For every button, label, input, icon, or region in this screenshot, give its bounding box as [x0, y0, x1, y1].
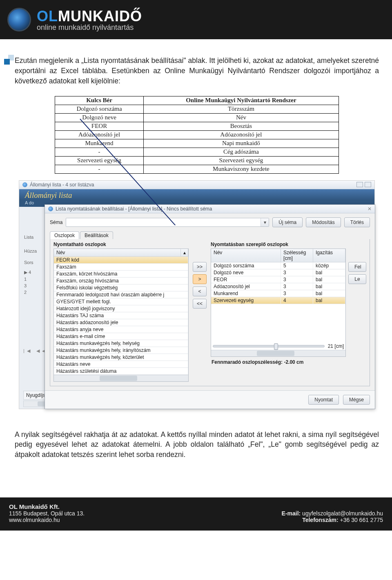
list-item[interactable]: Szervezeti egység4bal [211, 297, 345, 304]
lista-label: Lista [22, 234, 38, 240]
list-item[interactable]: Faxszám, ország hívószáma [54, 278, 188, 284]
scrollbar[interactable] [211, 350, 345, 356]
logo-icon [7, 8, 31, 31]
list-item[interactable]: Felsőfokú iskolai végzettség [54, 284, 188, 291]
app-screenshot: Állományi lista - 4 sor listázva Állomán… [19, 180, 375, 409]
list-item[interactable]: Adóazonosító jel3bal [211, 283, 345, 290]
header-left: Kulcs Bér [55, 96, 144, 105]
list-item[interactable]: Házastárs anyja neve [54, 326, 188, 333]
brand-name: OLMUNKAIDŐ [37, 8, 142, 25]
scrollbar[interactable] [54, 375, 188, 381]
schema-combo[interactable]: ▾ [66, 218, 269, 227]
outtro-paragraph: A nyilak segítségével rakhatja át az ada… [15, 430, 379, 460]
page-header: OLMUNKAIDŐ online munkaidő nyilvántartás [0, 0, 392, 39]
chevron-down-icon[interactable]: ▾ [261, 218, 269, 226]
list-item[interactable]: Házastárs munkavégzés hely, helység [54, 340, 188, 347]
move-all-right-button[interactable]: >> [193, 262, 207, 272]
intro-paragraph: Ezután megjelenik a „Lista nyomtatásának… [15, 56, 379, 86]
tab-columns[interactable]: Oszlopok [50, 231, 79, 239]
footer-web: www.olmunkaido.hu [9, 517, 85, 523]
new-schema-button[interactable]: Új séma [272, 217, 303, 227]
list-item[interactable]: Házastárs e-mail címe [54, 333, 188, 340]
close-icon[interactable]: ✕ [368, 206, 372, 212]
pager-icons: |◀ ◀◀ [23, 348, 48, 354]
selected-columns-label: Nyomtatásban szereplő oszlopok [211, 242, 346, 247]
list-item[interactable]: Házastárs születési dátuma [54, 368, 188, 375]
table-row: -Cég adószáma [55, 148, 339, 156]
list-item[interactable]: Határozott idejű jogviszony [54, 305, 188, 312]
brand-subtitle: online munkaidő nyilvántartás [37, 23, 142, 32]
list-item[interactable]: Házastárs munkavégzés hely, irányítószám [54, 347, 188, 354]
table-row: Dolgozó neveNév [55, 113, 339, 122]
dialog-icon [48, 206, 53, 211]
footer-address: 1155 Budapest, Opál utca 13. [9, 510, 85, 517]
app-icon [22, 182, 27, 187]
slider-value: 21 [cm] [328, 343, 344, 349]
dialog-title: Lista nyomtatásának beállításai - [Állom… [56, 206, 212, 212]
printable-columns-label: Nyomtatható oszlopok [53, 242, 189, 247]
remaining-width: Fennmaradó oszlopszélesség: -2.00 cm [211, 357, 346, 367]
selected-columns-grid[interactable]: Név Szélesség [cm] Igazítás Dolgozó sors… [211, 249, 346, 357]
list-item[interactable]: Házastárs TAJ száma [54, 312, 188, 319]
move-up-button[interactable]: Fel [348, 262, 366, 272]
header-right: Online Munkaügyi Nyilvántartó Rendszer [143, 96, 339, 105]
table-row: Dolgozó sorszámaTörzsszám [55, 105, 339, 113]
footer-email: ugyfelszolgalat@olmunkaido.hu [302, 510, 383, 517]
maximize-icon[interactable] [365, 182, 371, 187]
modify-schema-button[interactable]: Módosítás [306, 217, 341, 227]
delete-schema-button[interactable]: Törlés [344, 217, 370, 227]
table-row: -Munkaviszony kezdete [55, 165, 339, 173]
minimize-icon[interactable] [356, 182, 363, 187]
move-right-button[interactable]: > [193, 274, 207, 284]
move-down-button[interactable]: Le [348, 274, 366, 284]
list-item[interactable]: Faxszám, körzet hívószáma [54, 271, 188, 278]
cancel-button[interactable]: Mégse [343, 395, 370, 405]
list-item[interactable]: Házastárs munkavégzés hely, közterület [54, 354, 188, 361]
print-button[interactable]: Nyomtat [308, 395, 339, 405]
print-settings-dialog: Lista nyomtatásának beállításai - [Állom… [45, 204, 375, 409]
list-item[interactable]: Házastárs adóazonosító jele [54, 319, 188, 326]
list-item[interactable]: GYES/GYET mellett fogl. [54, 298, 188, 305]
table-row: Adóazonosító jelAdóazonosító jel [55, 130, 339, 139]
list-item[interactable]: FEOR kód [54, 257, 188, 264]
table-row: MunkarendNapi munkaidő [55, 139, 339, 148]
footer-tel: +36 30 661 2775 [340, 517, 383, 523]
list-item[interactable]: Dolgozó sorszáma5közép [211, 262, 345, 269]
move-all-left-button[interactable]: << [193, 299, 207, 309]
footer-company: OL Munkaidő Kft. [9, 503, 85, 510]
tab-settings[interactable]: Beállítások [80, 231, 113, 239]
table-row: FEORBeosztás [55, 122, 339, 130]
list-item[interactable]: Dolgozó neve3bal [211, 269, 345, 276]
schema-label: Séma [50, 219, 62, 225]
move-left-button[interactable]: < [193, 287, 207, 296]
background-left-panel: Lista Húzza Sors ▶ 4 1 3 2 [22, 234, 38, 296]
outer-window-titlebar: Állományi lista - 4 sor listázva [19, 181, 374, 189]
page-footer: OL Munkaidő Kft. 1155 Budapest, Opál utc… [0, 497, 392, 531]
list-item[interactable]: Fennmaradó ledolgozott havi óraszám alap… [54, 291, 188, 298]
list-item[interactable]: Faxszám [54, 264, 188, 271]
table-header-row: Kulcs Bér Online Munkaügyi Nyilvántartó … [55, 96, 339, 105]
available-columns-grid[interactable]: Név▴ FEOR kódFaxszámFaxszám, körzet hívó… [53, 249, 189, 382]
inner-title: Állományi lista [19, 189, 374, 200]
list-item[interactable]: Házastárs neve [54, 361, 188, 368]
outer-title: Állományi lista - 4 sor listázva [30, 182, 94, 188]
list-item[interactable]: FEOR3bal [211, 276, 345, 283]
table-row: Szervezeti egységSzervezeti egység [55, 156, 339, 165]
list-item[interactable]: Munkarend3bal [211, 290, 345, 297]
width-slider[interactable] [213, 345, 325, 347]
mapping-table: Kulcs Bér Online Munkaügyi Nyilvántartó … [55, 96, 339, 174]
